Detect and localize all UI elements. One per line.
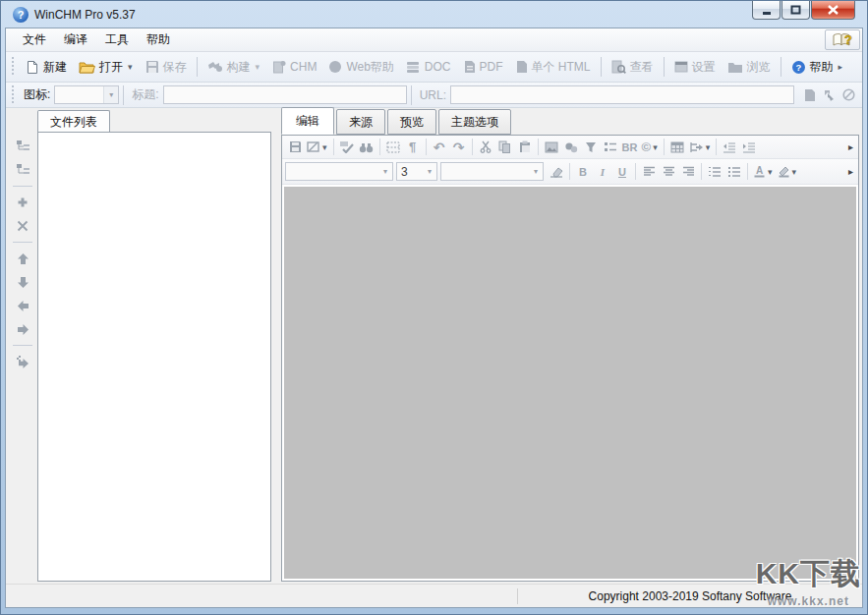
redo-icon: ↷ xyxy=(453,140,465,155)
delete-topic-button[interactable] xyxy=(11,215,34,237)
font-size-combobox[interactable]: 3 ▾ xyxy=(396,162,437,181)
menu-compile[interactable]: 编译 xyxy=(55,28,96,51)
view-button[interactable]: 查看 xyxy=(606,56,660,79)
chevron-down-icon[interactable]: ▾ xyxy=(767,167,774,177)
add-child-topic-button[interactable] xyxy=(11,351,34,372)
toolbar-grip[interactable] xyxy=(11,57,16,77)
expand-all-button[interactable] xyxy=(11,136,34,157)
chevron-down-icon[interactable]: ▾ xyxy=(321,142,328,152)
save-button[interactable]: 保存 xyxy=(140,56,193,79)
panel-splitter[interactable] xyxy=(271,110,281,584)
italic-label: I xyxy=(601,166,605,178)
title-field[interactable] xyxy=(163,85,407,104)
align-right-button[interactable] xyxy=(678,162,698,182)
copy-button[interactable] xyxy=(495,138,515,157)
toolbar-overflow-icon[interactable]: ▸ xyxy=(846,141,855,152)
new-button[interactable]: 新建 xyxy=(20,56,73,79)
help-book-button[interactable]: ? xyxy=(825,29,860,50)
insert-image-button[interactable] xyxy=(542,138,561,157)
url-field[interactable] xyxy=(450,85,794,104)
find-button[interactable] xyxy=(357,138,376,157)
toolbar-grip[interactable] xyxy=(11,85,16,105)
cut-button[interactable] xyxy=(476,138,495,157)
open-dropdown-arrow-icon[interactable]: ▾ xyxy=(127,62,134,72)
tab-file-list[interactable]: 文件列表 xyxy=(37,110,110,132)
tab-source[interactable]: 来源 xyxy=(336,109,385,135)
open-folder-icon xyxy=(79,60,95,74)
decrease-indent-button[interactable] xyxy=(720,138,739,157)
toolbar-overflow-icon[interactable]: ▸ xyxy=(846,166,855,177)
circle-slash-icon xyxy=(842,88,855,101)
underline-button[interactable]: U xyxy=(612,162,632,182)
chevron-down-icon[interactable]: ▾ xyxy=(652,142,659,152)
help-button[interactable]: ? 帮助 ▸ xyxy=(785,56,850,79)
show-paragraph-marks-button[interactable]: ¶ xyxy=(403,138,423,157)
font-color-button[interactable]: A ▾ xyxy=(751,162,776,182)
select-topic-button[interactable] xyxy=(819,85,839,105)
menu-tools[interactable]: 工具 xyxy=(96,28,138,51)
show-borders-button[interactable] xyxy=(383,138,403,157)
add-topic-button[interactable] xyxy=(11,192,34,213)
italic-button[interactable]: I xyxy=(593,162,612,182)
editor-content-area[interactable] xyxy=(284,187,856,579)
edit-mode-button[interactable]: ▾ xyxy=(305,138,330,157)
insert-line-break-button[interactable]: BR xyxy=(620,138,640,157)
table-edit-button[interactable]: ▾ xyxy=(687,138,714,157)
chevron-down-icon[interactable]: ▾ xyxy=(705,142,712,152)
pdf-button[interactable]: PDF xyxy=(457,57,509,77)
bullet-list-button[interactable] xyxy=(724,162,744,182)
help-menu-arrow-icon[interactable]: ▸ xyxy=(838,62,844,72)
insert-anchor-button[interactable] xyxy=(581,138,601,157)
save-topic-button[interactable] xyxy=(285,138,305,157)
chm-button[interactable]: CHM xyxy=(266,57,322,77)
move-down-button[interactable] xyxy=(11,271,34,293)
open-button[interactable]: 打开 ▾ xyxy=(73,56,140,79)
highlight-color-button[interactable]: ▾ xyxy=(776,162,800,182)
build-button[interactable]: 构建 ▾ xyxy=(202,56,267,79)
paragraph-style-combobox[interactable]: ▾ xyxy=(440,162,544,181)
paste-button[interactable] xyxy=(515,138,535,157)
bold-button[interactable]: B xyxy=(573,162,593,182)
tab-topic-options[interactable]: 主题选项 xyxy=(438,109,511,135)
editor-toolbar-1: ▾ xyxy=(282,136,858,159)
single-html-button[interactable]: 单个 HTML xyxy=(509,56,597,79)
clear-formatting-button[interactable] xyxy=(547,162,566,182)
insert-link-button[interactable] xyxy=(561,138,581,157)
insert-table-button[interactable] xyxy=(667,138,687,157)
maximize-button[interactable] xyxy=(781,1,810,20)
tab-preview[interactable]: 预览 xyxy=(387,109,436,135)
minimize-button[interactable] xyxy=(752,1,781,20)
icon-combobox[interactable]: ▾ xyxy=(54,85,119,104)
insert-symbol-button[interactable]: © ▾ xyxy=(640,138,661,157)
insert-list-button[interactable] xyxy=(601,138,620,157)
menu-help[interactable]: 帮助 xyxy=(138,28,179,51)
browse-button[interactable]: 浏览 xyxy=(722,56,777,79)
close-button[interactable] xyxy=(811,1,855,20)
spell-check-button[interactable] xyxy=(337,138,357,157)
menu-file[interactable]: 文件 xyxy=(14,28,55,51)
collapse-all-button[interactable] xyxy=(11,159,34,181)
align-center-button[interactable] xyxy=(659,162,678,182)
chevron-down-icon[interactable]: ▾ xyxy=(103,86,118,103)
doc-button[interactable]: DOC xyxy=(400,57,457,77)
chevron-down-icon[interactable]: ▾ xyxy=(791,167,798,177)
undo-button[interactable]: ↶ xyxy=(430,138,449,157)
font-family-combobox[interactable]: ▾ xyxy=(285,162,393,181)
build-dropdown-arrow-icon[interactable]: ▾ xyxy=(255,62,261,72)
increase-indent-button[interactable] xyxy=(739,138,759,157)
chevron-down-icon: ▾ xyxy=(378,163,392,180)
settings-window-icon xyxy=(674,60,688,74)
new-topic-file-button[interactable] xyxy=(799,85,819,105)
tab-edit[interactable]: 编辑 xyxy=(281,107,334,135)
numbered-list-button[interactable] xyxy=(705,162,724,182)
settings-button[interactable]: 设置 xyxy=(668,56,722,79)
web-help-button[interactable]: Web帮助 xyxy=(322,56,399,79)
move-right-button[interactable] xyxy=(11,318,34,340)
move-left-button[interactable] xyxy=(11,295,34,316)
editor-panel: 编辑 来源 预览 主题选项 xyxy=(281,110,862,584)
redo-button[interactable]: ↷ xyxy=(449,138,469,157)
topic-tree[interactable] xyxy=(37,132,271,582)
align-left-button[interactable] xyxy=(639,162,659,182)
cancel-button[interactable] xyxy=(839,85,858,105)
move-up-button[interactable] xyxy=(11,248,34,269)
